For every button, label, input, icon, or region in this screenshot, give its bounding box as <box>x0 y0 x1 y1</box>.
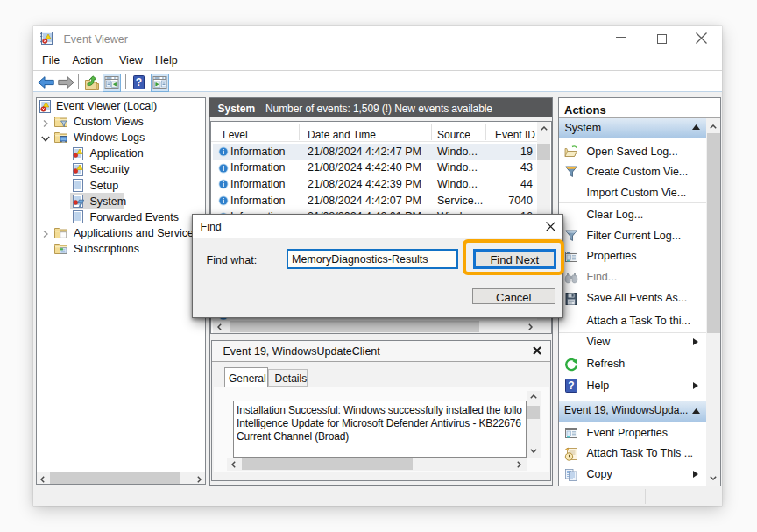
svg-text:?: ? <box>568 379 574 392</box>
svg-text:?: ? <box>136 76 142 89</box>
